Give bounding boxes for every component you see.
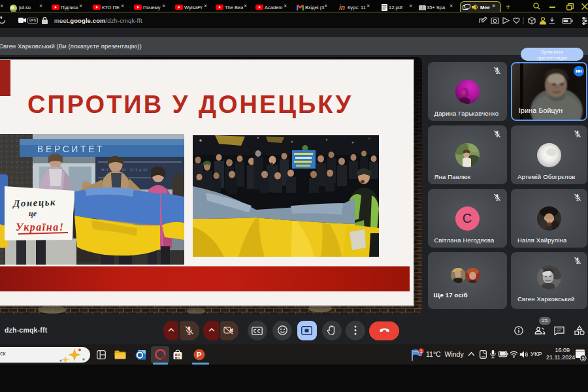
svg-text:Донецьк: Донецьк	[12, 197, 57, 208]
svg-text:ВЕРСИТЕТ: ВЕРСИТЕТ	[37, 144, 105, 154]
svg-text:5: 5	[582, 356, 585, 361]
svg-text:1: 1	[420, 349, 423, 353]
svg-text:Україна!: Україна!	[16, 221, 64, 233]
svg-text:це: це	[29, 209, 37, 218]
svg-text:НТ МЕМ ЛЛАМ: НТ МЕМ ЛЛАМ	[101, 167, 148, 172]
svg-text:P: P	[197, 351, 201, 359]
